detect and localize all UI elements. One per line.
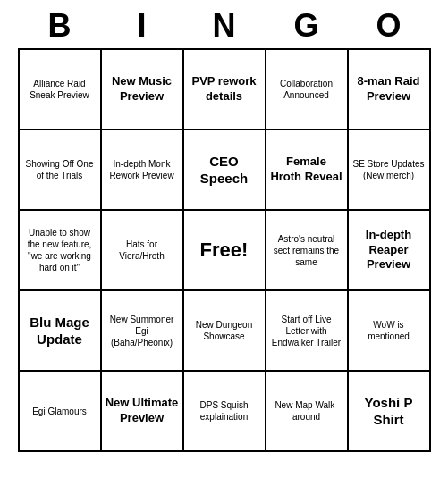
cell-r1-c1: In-depth Monk Rework Preview: [102, 130, 184, 211]
cell-r0-c3: Collaboration Announced: [266, 50, 349, 130]
bingo-letter: O: [367, 7, 411, 45]
cell-r3-c2: New Dungeon Showcase: [184, 291, 266, 372]
cell-r1-c3: Female Hroth Reveal: [266, 130, 349, 211]
cell-r0-c4: 8-man Raid Preview: [349, 50, 431, 130]
cell-r3-c4: WoW is mentioned: [349, 291, 431, 372]
cell-r1-c2: CEO Speech: [184, 130, 266, 211]
cell-r2-c2: Free!: [184, 211, 266, 291]
bingo-letter: N: [202, 7, 247, 45]
cell-r1-c0: Showing Off One of the Trials: [20, 130, 102, 211]
bingo-grid: Alliance Raid Sneak PreviewNew Music Pre…: [18, 48, 431, 452]
cell-r4-c1: New Ultimate Preview: [102, 372, 184, 452]
bingo-title: BINGO: [19, 0, 430, 48]
cell-r0-c0: Alliance Raid Sneak Preview: [20, 50, 102, 130]
cell-r3-c3: Start off Live Letter with Endwalker Tra…: [266, 291, 349, 372]
cell-r2-c0: Unable to show the new feature, "we are …: [20, 211, 102, 291]
cell-r0-c1: New Music Preview: [102, 50, 184, 130]
cell-r1-c4: SE Store Updates (New merch): [349, 130, 431, 211]
cell-r4-c4: Yoshi P Shirt: [349, 372, 431, 452]
cell-r3-c1: New Summoner Egi (Baha/Pheonix): [102, 291, 184, 372]
bingo-letter: B: [38, 7, 82, 45]
cell-r4-c3: New Map Walk-around: [266, 372, 349, 452]
bingo-letter: G: [284, 7, 329, 45]
cell-r4-c2: DPS Squish explaination: [184, 372, 266, 452]
cell-r4-c0: Egi Glamours: [20, 372, 102, 452]
cell-r2-c3: Astro's neutral sect remains the same: [266, 211, 349, 291]
cell-r3-c0: Blu Mage Update: [20, 291, 102, 372]
cell-r2-c1: Hats for Viera/Hroth: [102, 211, 184, 291]
cell-r2-c4: In-depth Reaper Preview: [349, 211, 431, 291]
bingo-letter: I: [120, 7, 165, 45]
cell-r0-c2: PVP rework details: [184, 50, 266, 130]
